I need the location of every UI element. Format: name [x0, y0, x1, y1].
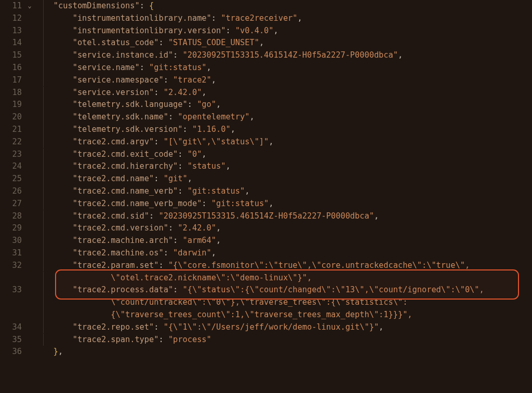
indent-guide [43, 260, 44, 272]
code-line[interactable]: 28 "trace2.cmd.sid": "20230925T153315.46… [0, 210, 532, 223]
code-line[interactable]: 26 "trace2.cmd.name_verb": "git:status", [0, 185, 532, 198]
code-content[interactable]: \"count/untracked\":\"0\"},\"traverse_tr… [34, 296, 532, 309]
code-line[interactable]: 23 "trace2.cmd.exit_code": "0", [0, 148, 532, 161]
json-key: "service.instance.id" [73, 50, 173, 60]
code-line[interactable]: 11⌄ "customDimensions": { [0, 0, 532, 12]
code-content[interactable]: "trace2.process.data": "{\"status\":{\"c… [34, 284, 532, 296]
colon: : [188, 100, 197, 109]
comma: , [269, 137, 273, 146]
code-content[interactable]: "trace2.param.set": "{\"core.fsmonitor\"… [34, 260, 532, 272]
code-line[interactable]: 14 "otel.status_code": "STATUS_CODE_UNSE… [0, 37, 532, 49]
fold-gutter [25, 235, 34, 236]
code-content[interactable]: "telemetry.sdk.name": "opentelemetry", [34, 111, 532, 124]
code-line[interactable]: 27 "trace2.cmd.name_verb_mode": "git:sta… [0, 198, 532, 210]
code-content[interactable]: "trace2.machine.arch": "arm64", [34, 235, 532, 247]
code-line[interactable]: 17 "service.namespace": "trace2", [0, 74, 532, 87]
code-line[interactable]: 31 "trace2.machine.os": "darwin", [0, 247, 532, 260]
code-content[interactable]: {\"traverse_trees_count\":1,\"traverse_t… [34, 309, 532, 321]
json-string: "process" [168, 335, 211, 344]
fold-gutter[interactable]: ⌄ [25, 0, 34, 11]
json-key: "telemetry.sdk.name" [73, 112, 168, 121]
code-content[interactable]: "otel.status_code": "STATUS_CODE_UNSET", [34, 37, 532, 49]
code-content[interactable]: "trace2.cmd.hierarchy": "status", [34, 160, 532, 173]
code-line[interactable]: 21 "telemetry.sdk.version": "1.16.0", [0, 124, 532, 136]
indent [34, 223, 73, 233]
comma: , [379, 322, 383, 332]
fold-gutter [25, 148, 34, 150]
code-line[interactable]: \"count/untracked\":\"0\"},\"traverse_tr… [0, 296, 532, 309]
fold-gutter [25, 210, 34, 211]
code-content[interactable]: }, [34, 346, 532, 358]
code-content[interactable]: \"otel.trace2.nickname\":\"demo-linux\"}… [34, 272, 532, 284]
code-content[interactable]: "service.name": "git:status", [34, 62, 532, 74]
code-line[interactable]: 13 "instrumentationlibrary.version": "v0… [0, 25, 532, 37]
json-string: "git:status" [149, 63, 207, 72]
line-number: 29 [0, 222, 25, 235]
code-line[interactable]: 35 "trace2.span.type": "process" [0, 334, 532, 346]
code-content[interactable]: "trace2.span.type": "process" [34, 334, 532, 346]
code-line[interactable]: 32 "trace2.param.set": "{\"core.fsmonito… [0, 260, 532, 272]
json-key: "trace2.cmd.name_verb" [73, 186, 178, 196]
code-line[interactable]: 29 "trace2.cmd.version": "2.42.0", [0, 222, 532, 235]
code-line[interactable]: {\"traverse_trees_count\":1,\"traverse_t… [0, 309, 532, 321]
comma: , [216, 236, 221, 245]
code-line[interactable]: 24 "trace2.cmd.hierarchy": "status", [0, 160, 532, 173]
code-line[interactable]: 22 "trace2.cmd.argv": "[\"git\",\"status… [0, 136, 532, 148]
json-key: "otel.status_code" [73, 38, 159, 47]
code-line[interactable]: 15 "service.instance.id": "20230925T1533… [0, 49, 532, 62]
code-line[interactable]: 16 "service.name": "git:status", [0, 62, 532, 74]
fold-gutter [25, 99, 34, 100]
indent [34, 236, 73, 245]
code-line[interactable]: \"otel.trace2.nickname\":\"demo-linux\"}… [0, 272, 532, 284]
indent [34, 322, 73, 332]
line-number: 26 [0, 185, 25, 198]
code-content[interactable]: "customDimensions": { [34, 0, 532, 12]
code-line[interactable]: 34 "trace2.repo.set": "{\"1\":\"/Users/j… [0, 321, 532, 334]
indent-guide [43, 247, 44, 260]
comma: , [298, 13, 302, 23]
colon: : [178, 150, 187, 159]
code-content[interactable]: "trace2.repo.set": "{\"1\":\"/Users/jeff… [34, 321, 532, 334]
indent [34, 100, 73, 109]
line-number: 28 [0, 210, 25, 223]
code-content[interactable]: "trace2.cmd.exit_code": "0", [34, 148, 532, 161]
colon: : [154, 174, 163, 183]
code-line[interactable]: 33 "trace2.process.data": "{\"status\":{… [0, 284, 532, 296]
code-line[interactable]: 12 "instrumentationlibrary.name": "trace… [0, 12, 532, 25]
code-content[interactable]: "instrumentationlibrary.version": "v0.4.… [34, 25, 532, 37]
code-line[interactable]: 30 "trace2.machine.arch": "arm64", [0, 235, 532, 247]
code-line[interactable]: 20 "telemetry.sdk.name": "opentelemetry"… [0, 111, 532, 124]
comma: , [207, 63, 211, 72]
json-key: "trace2.span.type" [73, 335, 159, 344]
code-content[interactable]: "instrumentationlibrary.name": "trace2re… [34, 12, 532, 25]
code-line[interactable]: 36 }, [0, 346, 532, 358]
json-string: "trace2receiver" [221, 13, 297, 23]
fold-gutter [25, 296, 34, 297]
code-content[interactable]: "trace2.cmd.name_verb_mode": "git:status… [34, 198, 532, 210]
code-content[interactable]: "telemetry.sdk.version": "1.16.0", [34, 124, 532, 136]
indent [34, 75, 73, 85]
indent [34, 347, 54, 356]
line-number: 27 [0, 198, 25, 210]
code-content[interactable]: "trace2.cmd.sid": "20230925T153315.46151… [34, 210, 532, 223]
code-line[interactable]: 19 "telemetry.sdk.language": "go", [0, 99, 532, 111]
json-string: "[\"git\",\"status\"]" [164, 137, 269, 146]
code-line[interactable]: 25 "trace2.cmd.name": "git", [0, 173, 532, 185]
code-content[interactable]: "service.instance.id": "20230925T153315.… [34, 49, 532, 62]
fold-gutter [25, 37, 34, 38]
line-number: 23 [0, 148, 25, 161]
line-number: 21 [0, 124, 25, 136]
json-key: "trace2.cmd.exit_code" [73, 150, 178, 159]
code-editor[interactable]: 11⌄ "customDimensions": {12 "instrumenta… [0, 0, 532, 358]
code-content[interactable]: "trace2.cmd.version": "2.42.0", [34, 222, 532, 235]
code-content[interactable]: "trace2.cmd.name": "git", [34, 173, 532, 185]
line-number: 24 [0, 160, 25, 173]
code-content[interactable]: "trace2.cmd.argv": "[\"git\",\"status\"]… [34, 136, 532, 148]
code-content[interactable]: "service.version": "2.42.0", [34, 87, 532, 99]
code-content[interactable]: "telemetry.sdk.language": "go", [34, 99, 532, 111]
code-line[interactable]: 18 "service.version": "2.42.0", [0, 87, 532, 99]
indent-guide [43, 284, 44, 296]
code-content[interactable]: "trace2.cmd.name_verb": "git:status", [34, 185, 532, 198]
code-content[interactable]: "trace2.machine.os": "darwin", [34, 247, 532, 260]
code-content[interactable]: "service.namespace": "trace2", [34, 74, 532, 87]
